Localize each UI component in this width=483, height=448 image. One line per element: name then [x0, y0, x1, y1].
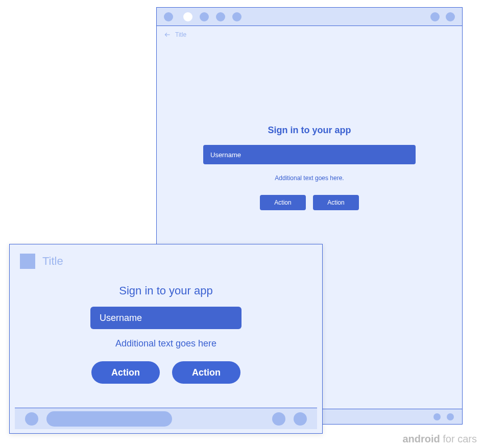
status-dot-icon [216, 12, 225, 21]
username-input[interactable]: Username [90, 307, 242, 329]
status-dot-icon [200, 12, 209, 21]
username-placeholder: Username [210, 151, 241, 159]
username-input[interactable]: Username [203, 145, 416, 164]
tablet-signin-content: Sign in to your app Username Additional … [157, 125, 462, 210]
status-dot-icon [446, 12, 455, 21]
phone-app-bar: Title [10, 244, 322, 278]
brand-caption: android for cars [402, 433, 477, 445]
signin-heading: Sign in to your app [268, 125, 351, 136]
action-button-2[interactable]: Action [313, 195, 359, 210]
nav-dot-icon[interactable] [447, 413, 454, 420]
action-button-2[interactable]: Action [172, 361, 240, 384]
nav-dot-icon[interactable] [25, 412, 38, 426]
nav-dot-icon[interactable] [433, 413, 441, 420]
signin-heading: Sign in to your app [119, 284, 212, 297]
status-dot-icon [430, 12, 440, 21]
action-button-1-label: Action [274, 199, 291, 206]
phone-title-text: Title [42, 255, 63, 268]
phone-signin-content: Sign in to your app Username Additional … [10, 284, 322, 384]
username-placeholder: Username [100, 313, 142, 323]
app-icon [20, 254, 35, 269]
action-button-2-label: Action [327, 199, 344, 206]
signin-subtext: Additional text goes here [115, 338, 216, 349]
status-right-group [430, 12, 455, 21]
status-dot-active-icon [183, 12, 192, 21]
nav-pill-icon[interactable] [46, 411, 172, 427]
tablet-title-text: Title [175, 31, 186, 38]
tablet-status-bar [157, 8, 462, 26]
back-arrow-icon[interactable] [164, 31, 171, 38]
action-button-1-label: Action [111, 367, 140, 378]
nav-dot-icon[interactable] [272, 412, 285, 426]
tablet-app-bar: Title [157, 26, 462, 43]
action-button-1[interactable]: Action [91, 361, 160, 384]
brand-suffix: for cars [440, 433, 477, 444]
brand-name: android [402, 433, 440, 444]
action-button-row: Action Action [260, 195, 359, 210]
action-button-1[interactable]: Action [260, 195, 306, 210]
status-dot-icon [232, 12, 242, 21]
phone-nav-bar [15, 408, 317, 429]
action-button-2-label: Action [192, 367, 221, 378]
phone-frame: Title Sign in to your app Username Addit… [9, 244, 323, 434]
status-left-group [164, 12, 242, 21]
nav-dot-icon[interactable] [294, 412, 307, 426]
action-button-row: Action Action [91, 361, 240, 384]
signin-subtext: Additional text goes here. [275, 175, 344, 182]
status-dot-icon [164, 12, 173, 21]
